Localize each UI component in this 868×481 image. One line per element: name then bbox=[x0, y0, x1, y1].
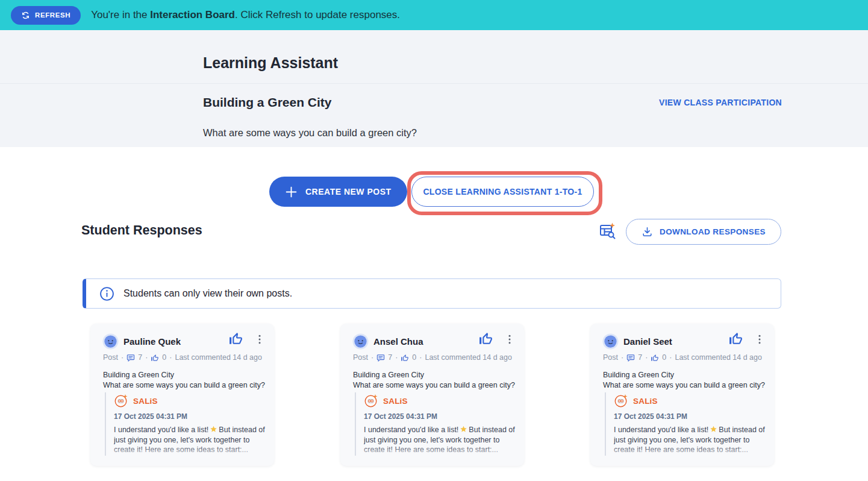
salis-reply: SALiS 17 Oct 2025 04:31 PM I understand … bbox=[355, 392, 516, 456]
download-responses-label: DOWNLOAD RESPONSES bbox=[660, 227, 766, 236]
last-commented-label: Last commented 14 d ago bbox=[175, 353, 262, 362]
post-body: Building a Green City What are some ways… bbox=[353, 370, 515, 390]
activity-question: What are some ways you can build a green… bbox=[203, 127, 417, 139]
reply-text: I understand you'd like a list!But inste… bbox=[114, 424, 266, 456]
text-fade-overlay bbox=[614, 445, 766, 456]
post-meta-row: Post · 7 · 0 · Last commented 14 d ago bbox=[103, 353, 262, 362]
header-divider bbox=[0, 83, 868, 84]
refresh-icon bbox=[21, 11, 30, 20]
post-title: Building a Green City bbox=[603, 370, 765, 380]
reply-timestamp: 17 Oct 2025 04:31 PM bbox=[364, 412, 516, 421]
comments-count: 7 bbox=[138, 353, 142, 362]
download-icon bbox=[642, 226, 653, 237]
likes-count: 0 bbox=[162, 353, 166, 362]
likes-icon bbox=[651, 354, 659, 362]
like-button[interactable] bbox=[228, 332, 243, 347]
post-author-name: Pauline Quek bbox=[123, 336, 181, 347]
info-icon bbox=[99, 286, 114, 301]
response-card: Daniel Seet Post · 7 · 0 · Last commente… bbox=[590, 324, 774, 466]
reply-timestamp: 17 Oct 2025 04:31 PM bbox=[114, 412, 266, 421]
likes-icon bbox=[151, 354, 159, 362]
post-type-label: Post bbox=[103, 353, 118, 362]
like-button[interactable] bbox=[728, 332, 743, 347]
post-title: Building a Green City bbox=[353, 370, 515, 380]
salis-reply: SALiS 17 Oct 2025 04:31 PM I understand … bbox=[105, 392, 266, 456]
salis-name: SALiS bbox=[133, 397, 158, 406]
comments-icon bbox=[126, 354, 135, 362]
salis-avatar bbox=[364, 394, 378, 408]
text-fade-overlay bbox=[114, 445, 266, 456]
page-header: Learning Assistant Building a Green City… bbox=[0, 30, 868, 147]
post-body: Building a Green City What are some ways… bbox=[603, 370, 765, 390]
glowing-star-emoji bbox=[710, 426, 717, 433]
post-title: Building a Green City bbox=[103, 370, 265, 380]
reply-text: I understand you'd like a list!But inste… bbox=[364, 424, 516, 456]
post-question: What are some ways you can build a green… bbox=[353, 380, 515, 391]
glowing-star-emoji bbox=[460, 426, 467, 433]
page-title: Learning Assistant bbox=[203, 54, 338, 72]
refresh-button-label: REFRESH bbox=[35, 11, 70, 19]
banner-message: You're in the Interaction Board. Click R… bbox=[91, 9, 400, 21]
more-options-icon[interactable] bbox=[252, 332, 267, 347]
salis-avatar bbox=[114, 394, 128, 408]
text-fade-overlay bbox=[364, 445, 516, 456]
post-question: What are some ways you can build a green… bbox=[103, 380, 265, 391]
post-question: What are some ways you can build a green… bbox=[603, 380, 765, 391]
responses-table-view-icon[interactable] bbox=[598, 222, 616, 240]
view-class-participation-link[interactable]: VIEW CLASS PARTICIPATION bbox=[659, 98, 782, 107]
activity-title: Building a Green City bbox=[203, 95, 332, 110]
plus-icon bbox=[285, 186, 298, 198]
salis-name: SALiS bbox=[383, 397, 408, 406]
likes-count: 0 bbox=[662, 353, 666, 362]
info-banner: Students can only view their own posts. bbox=[83, 278, 781, 309]
salis-name: SALiS bbox=[633, 397, 658, 406]
response-card: Ansel Chua Post · 7 · 0 · Last commented… bbox=[340, 324, 524, 466]
reply-timestamp: 17 Oct 2025 04:31 PM bbox=[614, 412, 766, 421]
glowing-star-emoji bbox=[210, 426, 217, 433]
like-button[interactable] bbox=[478, 332, 493, 347]
refresh-button[interactable]: REFRESH bbox=[11, 6, 81, 25]
close-learning-assistant-button[interactable]: CLOSE LEARNING ASSISTANT 1-TO-1 bbox=[411, 177, 594, 207]
post-meta-row: Post · 7 · 0 · Last commented 14 d ago bbox=[353, 353, 512, 362]
reply-text: I understand you'd like a list!But inste… bbox=[614, 424, 766, 456]
comments-icon bbox=[376, 354, 385, 362]
salis-avatar bbox=[614, 394, 628, 408]
post-type-label: Post bbox=[353, 353, 368, 362]
likes-count: 0 bbox=[412, 353, 416, 362]
comments-count: 7 bbox=[638, 353, 642, 362]
post-type-label: Post bbox=[603, 353, 618, 362]
student-responses-title: Student Responses bbox=[81, 223, 202, 238]
create-new-post-label: CREATE NEW POST bbox=[305, 187, 392, 196]
student-avatar bbox=[352, 333, 369, 350]
response-card: Pauline Quek Post · 7 · 0 · Last comment… bbox=[90, 324, 274, 466]
more-options-icon[interactable] bbox=[502, 332, 517, 347]
likes-icon bbox=[401, 354, 409, 362]
interaction-board-banner: REFRESH You're in the Interaction Board.… bbox=[0, 0, 868, 30]
close-learning-assistant-label: CLOSE LEARNING ASSISTANT 1-TO-1 bbox=[423, 187, 582, 196]
post-author-name: Daniel Seet bbox=[623, 336, 672, 347]
comments-count: 7 bbox=[388, 353, 392, 362]
info-banner-text: Students can only view their own posts. bbox=[123, 288, 292, 299]
download-responses-button[interactable]: DOWNLOAD RESPONSES bbox=[626, 219, 781, 245]
post-author-name: Ansel Chua bbox=[373, 336, 423, 347]
last-commented-label: Last commented 14 d ago bbox=[675, 353, 762, 362]
student-avatar bbox=[602, 333, 619, 350]
post-body: Building a Green City What are some ways… bbox=[103, 370, 265, 390]
comments-icon bbox=[626, 354, 635, 362]
more-options-icon[interactable] bbox=[752, 332, 767, 347]
create-new-post-button[interactable]: CREATE NEW POST bbox=[269, 177, 407, 207]
salis-reply: SALiS 17 Oct 2025 04:31 PM I understand … bbox=[605, 392, 766, 456]
post-meta-row: Post · 7 · 0 · Last commented 14 d ago bbox=[603, 353, 762, 362]
student-avatar bbox=[102, 333, 119, 350]
last-commented-label: Last commented 14 d ago bbox=[425, 353, 512, 362]
